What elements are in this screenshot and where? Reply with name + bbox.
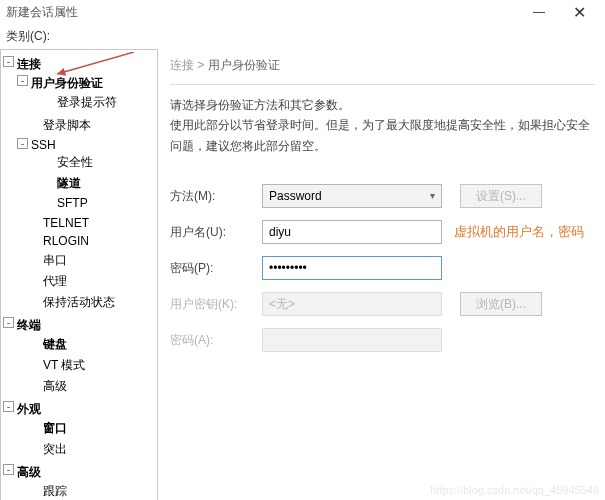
tree-window[interactable]: 窗口 — [17, 418, 157, 439]
annotation-text: 虚拟机的用户名，密码 — [454, 223, 584, 241]
close-button[interactable]: ✕ — [559, 3, 599, 22]
tree-login-prompt[interactable]: 登录提示符 — [31, 92, 157, 113]
desc-line1: 请选择身份验证方法和其它参数。 — [170, 95, 595, 115]
desc-line2: 使用此部分以节省登录时间。但是，为了最大限度地提高安全性，如果担心安全问题，建议… — [170, 115, 595, 156]
row-passphrase: 密码(A): — [170, 328, 595, 352]
method-select[interactable]: Password ▾ — [262, 184, 442, 208]
tree-appearance[interactable]: - 外观 窗口 突出 — [3, 399, 157, 462]
crumb-root: 连接 — [170, 58, 194, 72]
tree-connection[interactable]: - 连接 - 用户身份验证 登录提示符 登录脚本 - SSH 安全性 隧道 — [3, 54, 157, 315]
userkey-input — [262, 292, 442, 316]
row-username: 用户名(U): 虚拟机的用户名，密码 — [170, 220, 595, 244]
titlebar: 新建会话属性 — ✕ — [0, 0, 605, 24]
row-password: 密码(P): — [170, 256, 595, 280]
tree-highlight[interactable]: 突出 — [17, 439, 157, 460]
tree-ssh[interactable]: - SSH 安全性 隧道 SFTP — [17, 136, 157, 214]
tree-trace[interactable]: 跟踪 — [17, 481, 157, 500]
category-label: 类别(C): — [0, 24, 605, 49]
crumb-sep: > — [194, 58, 208, 72]
twist-icon[interactable]: - — [17, 138, 28, 149]
password-input[interactable] — [262, 256, 442, 280]
tree-terminal[interactable]: - 终端 键盘 VT 模式 高级 — [3, 315, 157, 399]
userkey-label: 用户密钥(K): — [170, 296, 262, 313]
tree-login-script[interactable]: 登录脚本 — [17, 115, 157, 136]
tree-advanced1[interactable]: 高级 — [17, 376, 157, 397]
tree-serial[interactable]: 串口 — [17, 250, 157, 271]
method-value: Password — [269, 189, 322, 203]
username-label: 用户名(U): — [170, 224, 262, 241]
passphrase-label: 密码(A): — [170, 332, 262, 349]
tree-rlogin[interactable]: RLOGIN — [17, 232, 157, 250]
twist-icon[interactable]: - — [3, 56, 14, 67]
tree-keyboard[interactable]: 键盘 — [17, 334, 157, 355]
breadcrumb: 连接 > 用户身份验证 — [170, 57, 595, 74]
username-input[interactable] — [262, 220, 442, 244]
minimize-button[interactable]: — — [519, 5, 559, 19]
password-label: 密码(P): — [170, 260, 262, 277]
crumb-current: 用户身份验证 — [208, 58, 280, 72]
twist-icon[interactable]: - — [3, 401, 14, 412]
settings-button[interactable]: 设置(S)... — [460, 184, 542, 208]
content-pane: 连接 > 用户身份验证 请选择身份验证方法和其它参数。 使用此部分以节省登录时间… — [158, 49, 605, 500]
method-label: 方法(M): — [170, 188, 262, 205]
divider — [170, 84, 595, 85]
description: 请选择身份验证方法和其它参数。 使用此部分以节省登录时间。但是，为了最大限度地提… — [170, 95, 595, 156]
tree-tunnel[interactable]: 隧道 — [31, 173, 157, 194]
browse-button: 浏览(B)... — [460, 292, 542, 316]
row-userkey: 用户密钥(K): 浏览(B)... — [170, 292, 595, 316]
tree-telnet[interactable]: TELNET — [17, 214, 157, 232]
main-area: - 连接 - 用户身份验证 登录提示符 登录脚本 - SSH 安全性 隧道 — [0, 49, 605, 500]
passphrase-input — [262, 328, 442, 352]
category-tree: - 连接 - 用户身份验证 登录提示符 登录脚本 - SSH 安全性 隧道 — [0, 49, 158, 500]
tree-proxy[interactable]: 代理 — [17, 271, 157, 292]
tree-security[interactable]: 安全性 — [31, 152, 157, 173]
tree-auth[interactable]: - 用户身份验证 登录提示符 — [17, 73, 157, 115]
window-title: 新建会话属性 — [6, 4, 519, 21]
twist-icon[interactable]: - — [17, 75, 28, 86]
tree-advanced2[interactable]: - 高级 跟踪 响铃 日志记录 — [3, 462, 157, 500]
tree-keepalive[interactable]: 保持活动状态 — [17, 292, 157, 313]
watermark: https://blog.csdn.net/qq_45945548 — [430, 484, 599, 496]
tree-sftp[interactable]: SFTP — [31, 194, 157, 212]
twist-icon[interactable]: - — [3, 317, 14, 328]
twist-icon[interactable]: - — [3, 464, 14, 475]
chevron-down-icon: ▾ — [430, 190, 435, 201]
row-method: 方法(M): Password ▾ 设置(S)... — [170, 184, 595, 208]
tree-vtmode[interactable]: VT 模式 — [17, 355, 157, 376]
